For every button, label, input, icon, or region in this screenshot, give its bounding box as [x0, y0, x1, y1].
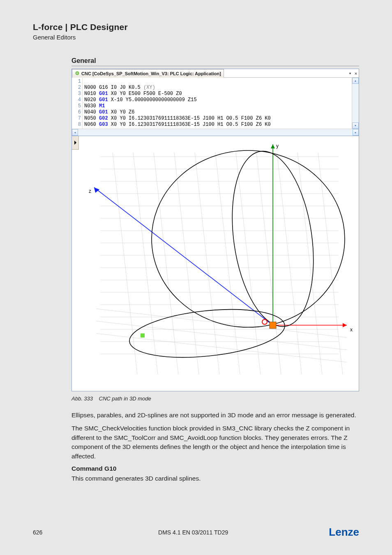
scroll-track[interactable]	[78, 129, 353, 136]
tab-label: CNC [CoDeSys_SP_SoftMotion_Win_V3: PLC L…	[81, 71, 221, 76]
page-title: L-force | PLC Designer	[33, 22, 359, 32]
section-heading-general: General	[71, 57, 359, 66]
horizontal-scrollbar[interactable]: ◂ ▸	[72, 129, 359, 136]
body-paragraph: The SMC_CheckVelocities function block p…	[71, 424, 359, 461]
subheading-command-g10: Command G10	[71, 465, 359, 472]
scroll-right-button[interactable]: ▸	[353, 129, 359, 136]
cnc-path-svg: x y z	[72, 136, 359, 391]
page-number: 626	[33, 529, 58, 536]
tab-cnc[interactable]: G CNC [CoDeSys_SP_SoftMotion_Win_V3: PLC…	[72, 69, 224, 78]
code-text[interactable]: N000 G16 I0 J0 K0.5 (XY)N010 G01 X0 Y0 E…	[83, 78, 352, 129]
footer-center-text: DMS 4.1 EN 03/2011 TD29	[58, 529, 329, 536]
scroll-up-button[interactable]: ▴	[352, 78, 359, 84]
svg-text:G: G	[76, 72, 78, 74]
scroll-down-button[interactable]: ▾	[352, 123, 359, 129]
tab-bar: G CNC [CoDeSys_SP_SoftMotion_Win_V3: PLC…	[72, 69, 359, 78]
svg-point-15	[262, 319, 267, 324]
expand-panel-icon[interactable]	[72, 136, 79, 150]
ide-editor: G CNC [CoDeSys_SP_SoftMotion_Win_V3: PLC…	[71, 69, 359, 136]
scroll-left-button[interactable]: ◂	[72, 129, 78, 136]
svg-rect-14	[270, 322, 276, 328]
cnc-icon: G	[75, 71, 80, 76]
svg-text:y: y	[276, 143, 279, 149]
svg-text:x: x	[350, 327, 353, 333]
tab-close-button[interactable]: ✕	[353, 71, 359, 76]
cnc-3d-preview[interactable]: x y z	[71, 136, 359, 391]
body-paragraph: Ellipses, parables, and 2D-splines are n…	[71, 411, 359, 420]
body-paragraph: This command generates 3D cardinal splin…	[71, 474, 359, 483]
svg-marker-9	[94, 187, 99, 193]
page-footer: 626 DMS 4.1 EN 03/2011 TD29 Lenze	[0, 526, 392, 539]
svg-point-13	[127, 303, 287, 364]
tab-dropdown[interactable]: ▾	[347, 71, 353, 76]
lenze-logo: Lenze	[329, 526, 359, 539]
line-number-gutter: 12345678	[72, 78, 83, 129]
vertical-scrollbar[interactable]: ▴ ▾	[352, 78, 359, 129]
svg-marker-6	[271, 144, 275, 148]
scroll-track[interactable]	[352, 84, 359, 123]
figure-caption: Abb. 333 CNC path in 3D mode	[71, 395, 359, 402]
svg-text:z: z	[89, 188, 91, 194]
svg-rect-16	[141, 333, 145, 338]
svg-marker-3	[343, 323, 347, 327]
page-subtitle: General Editors	[33, 34, 359, 41]
svg-point-11	[152, 150, 345, 327]
